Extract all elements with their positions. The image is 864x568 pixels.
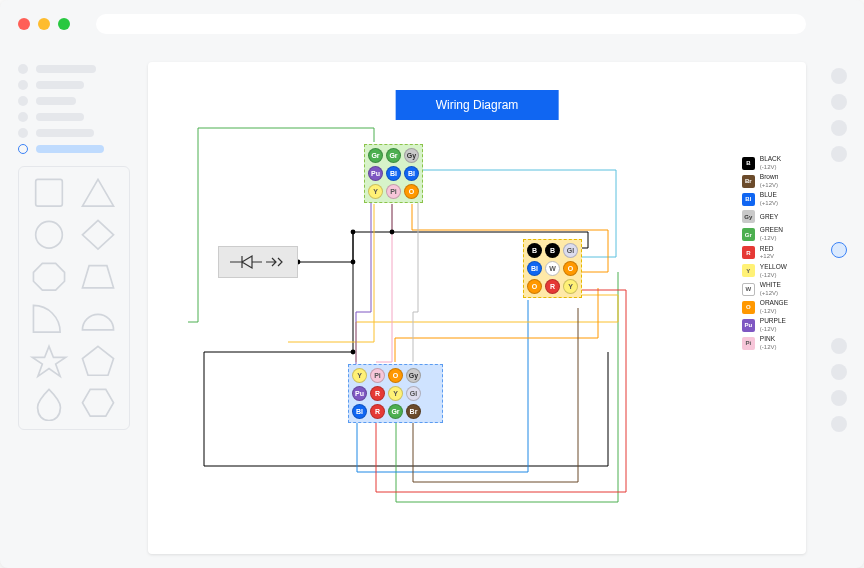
svg-point-1 [36,222,63,249]
pin-Pu[interactable]: Pu [352,386,367,401]
pin-Gr[interactable]: Gr [368,148,383,163]
shape-octagon[interactable] [29,261,69,293]
pin-O[interactable]: O [563,261,578,276]
diode-component[interactable] [218,246,298,278]
shape-diamond[interactable] [78,219,118,251]
connector-bottom[interactable]: YPiOGyPuRYGlBlRGrBr [348,364,443,423]
close-icon[interactable] [18,18,30,30]
shape-pentagon[interactable] [78,345,118,377]
pin-Bl[interactable]: Bl [404,166,419,181]
sidebar-label [36,97,76,105]
pin-empty[interactable] [424,386,439,401]
connector-top[interactable]: GrGrGyPuBlBlYPiO [364,144,423,203]
pin-Y[interactable]: Y [563,279,578,294]
pin-Gr[interactable]: Gr [386,148,401,163]
pin-Gy[interactable]: Gy [406,368,421,383]
legend-swatch: B [742,157,755,170]
maximize-icon[interactable] [58,18,70,30]
sidebar [0,48,148,568]
pin-Y[interactable]: Y [352,368,367,383]
dot-icon [18,64,28,74]
tool-dot-selected[interactable] [831,242,847,258]
pin-B[interactable]: B [527,243,542,258]
sidebar-menu [18,64,130,138]
connector-right[interactable]: BBGlBlWOORY [523,239,582,298]
pin-Bl[interactable]: Bl [352,404,367,419]
shape-semi[interactable] [78,303,118,335]
legend: B BLACK(-12V) Br Brown(+12V) Bl BLUE(+12… [742,152,788,355]
minimize-icon[interactable] [38,18,50,30]
tool-dot[interactable] [831,146,847,162]
tool-dot[interactable] [831,364,847,380]
pin-empty[interactable] [424,404,439,419]
pin-Gr[interactable]: Gr [388,404,403,419]
url-bar[interactable] [96,14,806,34]
shape-hexagon[interactable] [78,387,118,419]
legend-row: Br Brown(+12V) [742,174,788,188]
pin-Bl[interactable]: Bl [386,166,401,181]
legend-row: R RED+12V [742,246,788,260]
canvas[interactable]: Wiring Diagram B BLACK(-12V) Br Brown(+1… [148,62,806,554]
legend-swatch: O [742,301,755,314]
pin-Br[interactable]: Br [406,404,421,419]
sidebar-label [36,81,84,89]
legend-swatch: Gy [742,210,755,223]
sidebar-item-selected[interactable] [18,144,130,154]
pin-empty[interactable] [424,368,439,383]
pin-R[interactable]: R [370,386,385,401]
svg-point-4 [390,230,395,235]
pin-Y[interactable]: Y [368,184,383,199]
right-panel [814,48,864,568]
semi-icon [78,301,118,337]
tool-dot[interactable] [831,68,847,84]
pin-R[interactable]: R [545,279,560,294]
wires [148,62,806,554]
legend-swatch: W [742,283,755,296]
shape-palette [18,166,130,430]
pin-W[interactable]: W [545,261,560,276]
shape-circle[interactable] [29,219,69,251]
pin-Pi[interactable]: Pi [386,184,401,199]
sidebar-item[interactable] [18,112,130,122]
triangle-icon [78,175,118,211]
shape-quarter[interactable] [29,303,69,335]
pin-Pu[interactable]: Pu [368,166,383,181]
pin-Gl[interactable]: Gl [563,243,578,258]
shape-star[interactable] [29,345,69,377]
pin-B[interactable]: B [545,243,560,258]
pin-R[interactable]: R [370,404,385,419]
shape-triangle[interactable] [78,177,118,209]
tool-dot[interactable] [831,338,847,354]
sidebar-item[interactable] [18,64,130,74]
legend-swatch: Pu [742,319,755,332]
tool-dot[interactable] [831,416,847,432]
pin-O[interactable]: O [527,279,542,294]
tool-dot[interactable] [831,390,847,406]
tool-dot[interactable] [831,94,847,110]
pin-Pi[interactable]: Pi [370,368,385,383]
sidebar-item[interactable] [18,96,130,106]
pin-Gl[interactable]: Gl [406,386,421,401]
shape-droplet[interactable] [29,387,69,419]
pin-O[interactable]: O [388,368,403,383]
pin-Gy[interactable]: Gy [404,148,419,163]
dot-icon [18,128,28,138]
shape-trapezoid[interactable] [78,261,118,293]
sidebar-label [36,145,104,153]
svg-rect-0 [36,180,63,207]
pin-Y[interactable]: Y [388,386,403,401]
sidebar-item[interactable] [18,80,130,90]
sidebar-item[interactable] [18,128,130,138]
legend-row: Gy GREY [742,210,788,223]
dot-icon [18,80,28,90]
app-window: Wiring Diagram B BLACK(-12V) Br Brown(+1… [0,0,864,568]
pin-O[interactable]: O [404,184,419,199]
shape-square[interactable] [29,177,69,209]
diamond-icon [78,217,118,253]
pin-Bl[interactable]: Bl [527,261,542,276]
tool-dot[interactable] [831,120,847,136]
quarter-icon [29,301,69,337]
svg-point-3 [351,230,356,235]
legend-row: Y YELLOW(-12V) [742,264,788,278]
canvas-wrap: Wiring Diagram B BLACK(-12V) Br Brown(+1… [148,48,814,568]
